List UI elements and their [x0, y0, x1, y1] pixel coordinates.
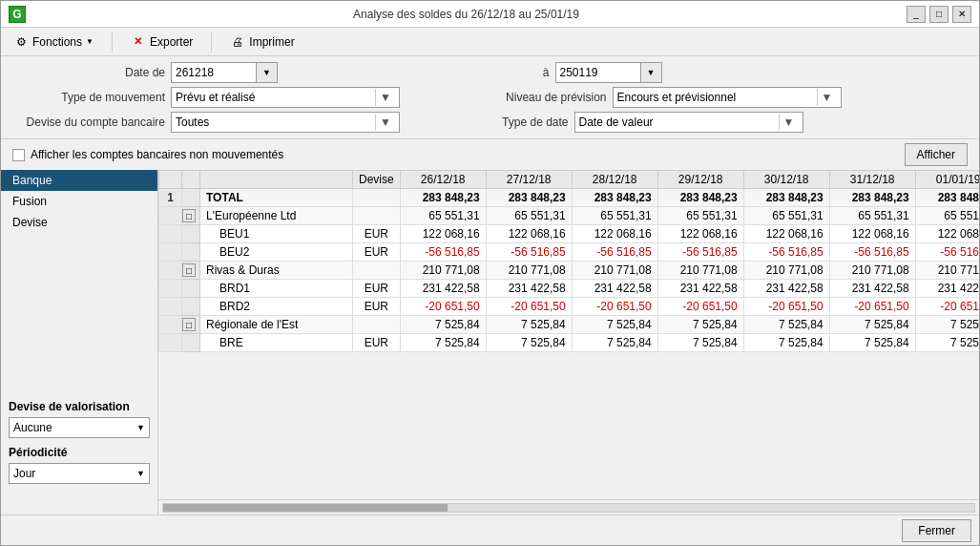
- row-devise: EUR: [353, 280, 401, 298]
- close-button[interactable]: ✕: [952, 6, 971, 23]
- row-value: 283 848,23: [743, 189, 829, 207]
- imprimer-button[interactable]: 🖨 Imprimer: [225, 32, 299, 52]
- devise-row: Devise du compte bancaire Toutes ▼: [12, 112, 489, 133]
- row-value: 7 525,84: [486, 334, 572, 352]
- fermer-button[interactable]: Fermer: [902, 519, 971, 542]
- row-devise: EUR: [353, 298, 401, 316]
- sidebar-item-fusion[interactable]: Fusion: [1, 191, 157, 212]
- row-value: 7 525,84: [829, 316, 915, 334]
- niveau-prev-combo[interactable]: Encours et prévisionnel ▼: [613, 87, 842, 108]
- row-value: 65 551,31: [400, 207, 486, 225]
- check-row: Afficher les comptes bancaires non mouve…: [1, 139, 979, 170]
- table-row[interactable]: 1TOTAL283 848,23283 848,23283 848,23283 …: [159, 189, 980, 207]
- col-date-0: 26/12/18: [400, 171, 486, 189]
- toolbar: ⚙ Fonctions ▼ ✕ Exporter 🖨 Imprimer: [1, 28, 979, 56]
- sidebar-item-devise[interactable]: Devise: [1, 212, 157, 233]
- non-mouvementes-check[interactable]: Afficher les comptes bancaires non mouve…: [12, 148, 283, 161]
- table-container[interactable]: Devise 26/12/18 27/12/18 28/12/18 29/12/…: [158, 170, 979, 499]
- table-row[interactable]: BREEUR7 525,847 525,847 525,847 525,847 …: [159, 334, 980, 352]
- col-date-3: 29/12/18: [657, 171, 743, 189]
- date-de-field[interactable]: 261218: [171, 62, 257, 83]
- non-mouvementes-label: Afficher les comptes bancaires non mouve…: [31, 148, 283, 161]
- minimize-button[interactable]: _: [907, 6, 926, 23]
- row-value: -56 516,85: [572, 243, 657, 262]
- row-name: BRD1: [200, 280, 353, 298]
- row-value: 122 068,16: [657, 225, 743, 243]
- row-value: -20 651,50: [915, 298, 979, 316]
- row-value: 210 771,08: [400, 262, 486, 280]
- row-value: 65 551,31: [657, 207, 743, 225]
- fonctions-button[interactable]: ⚙ Fonctions ▼: [9, 32, 98, 52]
- date-a-label: à: [492, 66, 550, 79]
- footer: Fermer: [1, 514, 979, 545]
- row-expand[interactable]: □: [182, 262, 200, 280]
- table-row[interactable]: BRD1EUR231 422,58231 422,58231 422,58231…: [159, 280, 980, 298]
- type-mvt-combo[interactable]: Prévu et réalisé ▼: [171, 87, 400, 108]
- row-name: BEU2: [200, 243, 353, 262]
- table-row[interactable]: BRD2EUR-20 651,50-20 651,50-20 651,50-20…: [159, 298, 980, 316]
- devise-combo[interactable]: Toutes ▼: [171, 112, 400, 133]
- row-name: TOTAL: [200, 189, 353, 207]
- row-value: 210 771,08: [915, 262, 979, 280]
- expand-icon[interactable]: □: [182, 263, 196, 277]
- row-devise: EUR: [353, 334, 401, 352]
- table-row[interactable]: □Régionale de l'Est7 525,847 525,847 525…: [159, 316, 980, 334]
- print-icon: 🖨: [230, 34, 245, 50]
- row-value: 7 525,84: [743, 316, 829, 334]
- row-value: -20 651,50: [657, 298, 743, 316]
- table-row[interactable]: □L'Européenne Ltd65 551,3165 551,3165 55…: [159, 207, 980, 225]
- row-value: 7 525,84: [572, 334, 657, 352]
- sidebar: Banque Fusion Devise Devise de valorisat…: [1, 170, 158, 514]
- row-value: 122 068,16: [829, 225, 915, 243]
- date-a-row: à 250119 ▼: [492, 62, 969, 83]
- row-expand: [182, 225, 200, 243]
- row-value: 210 771,08: [572, 262, 657, 280]
- row-value: 283 848,23: [400, 189, 486, 207]
- expand-icon[interactable]: □: [182, 209, 196, 222]
- date-de-picker[interactable]: ▼: [257, 62, 278, 83]
- row-value: -56 516,85: [486, 243, 572, 262]
- row-devise: [353, 316, 401, 334]
- row-num: [159, 207, 182, 225]
- table-row[interactable]: BEU2EUR-56 516,85-56 516,85-56 516,85-56…: [159, 243, 980, 262]
- row-num: [159, 280, 182, 298]
- maximize-button[interactable]: □: [929, 6, 949, 23]
- row-expand[interactable]: □: [182, 316, 200, 334]
- scrollbar-thumb[interactable]: [163, 504, 448, 512]
- row-value: 210 771,08: [829, 262, 915, 280]
- row-value: -20 651,50: [829, 298, 915, 316]
- table-row[interactable]: □Rivas & Duras210 771,08210 771,08210 77…: [159, 262, 980, 280]
- afficher-button[interactable]: Afficher: [905, 143, 968, 166]
- row-value: 7 525,84: [743, 334, 829, 352]
- export-icon: ✕: [131, 34, 146, 50]
- title-bar: G Analyse des soldes du 26/12/18 au 25/0…: [1, 1, 979, 28]
- niveau-prev-label: Niveau de prévision: [492, 91, 607, 104]
- data-table: Devise 26/12/18 27/12/18 28/12/18 29/12/…: [158, 170, 979, 352]
- sidebar-item-banque[interactable]: Banque: [1, 170, 157, 191]
- type-mvt-arrow-icon: ▼: [375, 89, 395, 106]
- row-num: [159, 225, 182, 243]
- checkbox-icon[interactable]: [12, 149, 25, 161]
- devise-arrow-icon: ▼: [375, 114, 395, 131]
- row-value: 65 551,31: [743, 207, 829, 225]
- periodicite-combo[interactable]: Jour ▼: [9, 463, 150, 484]
- horizontal-scrollbar[interactable]: [158, 499, 979, 514]
- row-name: L'Européenne Ltd: [200, 207, 353, 225]
- row-expand[interactable]: □: [182, 207, 200, 225]
- date-de-row: Date de 261218 ▼: [12, 62, 489, 83]
- type-date-combo[interactable]: Date de valeur ▼: [574, 112, 803, 133]
- expand-icon[interactable]: □: [182, 318, 196, 331]
- type-mvt-row: Type de mouvement Prévu et réalisé ▼: [12, 87, 489, 108]
- devise-val-combo[interactable]: Aucune ▼: [9, 417, 150, 438]
- calendar-icon: ▼: [262, 68, 271, 77]
- date-a-picker[interactable]: ▼: [641, 62, 662, 83]
- exporter-button[interactable]: ✕ Exporter: [126, 32, 198, 52]
- scrollbar-track[interactable]: [162, 503, 975, 513]
- table-row[interactable]: BEU1EUR122 068,16122 068,16122 068,16122…: [159, 225, 980, 243]
- row-value: 231 422,58: [657, 280, 743, 298]
- row-value: -56 516,85: [915, 243, 979, 262]
- row-devise: [353, 207, 401, 225]
- date-a-field[interactable]: 250119: [555, 62, 641, 83]
- row-value: 231 422,58: [915, 280, 979, 298]
- row-value: 122 068,16: [743, 225, 829, 243]
